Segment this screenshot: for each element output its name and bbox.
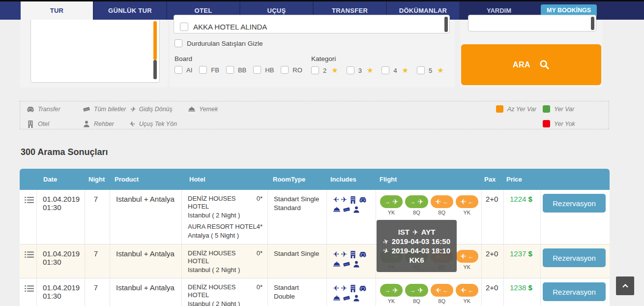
scroll-to-top-button[interactable] bbox=[616, 276, 634, 295]
return-flight-pill[interactable]: ✈← bbox=[456, 284, 478, 297]
origin-code: IST bbox=[398, 228, 410, 236]
scrollbar-thumb-dark[interactable] bbox=[591, 17, 594, 30]
tooltip-departure: ✈ 2019-04-03 16:50 bbox=[383, 237, 450, 245]
row-menu-icon[interactable] bbox=[20, 278, 37, 306]
tab-gunluk-tur[interactable]: GÜNLÜK TUR bbox=[94, 1, 166, 20]
return-flight-pill[interactable]: ✈← bbox=[431, 195, 453, 208]
hotel-stars: 0* bbox=[257, 283, 263, 299]
hide-stopped-sales-option[interactable]: Durdurulan Satışları Gizle bbox=[175, 39, 263, 47]
flight-option[interactable]: ✈←8Q bbox=[431, 195, 453, 215]
star-icon: ★ bbox=[367, 66, 373, 75]
tab-tur[interactable]: TUR bbox=[21, 1, 93, 20]
flight-option[interactable]: →✈YK bbox=[380, 195, 403, 215]
board-option-fb[interactable]: FB bbox=[199, 66, 219, 74]
checkbox[interactable] bbox=[281, 66, 289, 74]
category-option-4[interactable]: 4★ bbox=[381, 66, 409, 75]
includes-cell: ✈ ✈ bbox=[327, 190, 376, 244]
plane-left-icon: ✈ bbox=[333, 285, 339, 292]
outbound-flight-pill[interactable]: →✈ bbox=[380, 284, 403, 297]
scrollbar-thumb-orange[interactable] bbox=[153, 21, 157, 60]
flight-option[interactable]: →✈8Q bbox=[405, 284, 428, 304]
food-dome-icon bbox=[188, 105, 196, 113]
category-label: Kategori bbox=[311, 55, 336, 62]
board-option-ai[interactable]: AI bbox=[175, 66, 192, 74]
plane-landing-icon: ✈ bbox=[382, 246, 390, 255]
legend-row-2: Otel Rehber ✈Uçuş Tek Yön bbox=[27, 120, 188, 128]
flight-code: 8Q bbox=[405, 298, 428, 304]
scrollbar-thumb-dark[interactable] bbox=[153, 60, 157, 79]
legend-label: Transfer bbox=[38, 106, 60, 113]
left-listbox[interactable] bbox=[30, 20, 160, 83]
tickets-icon bbox=[83, 105, 90, 113]
board-option-bb[interactable]: BB bbox=[226, 66, 246, 74]
hotel-listbox[interactable]: AKKA HOTEL ALINDA bbox=[174, 15, 450, 33]
hotel-option[interactable]: AKKA HOTEL ALINDA bbox=[180, 23, 267, 31]
header-date: Date bbox=[37, 176, 85, 183]
checkbox[interactable] bbox=[381, 66, 389, 74]
checkbox[interactable] bbox=[199, 66, 207, 74]
reserve-button[interactable]: Rezervasyon bbox=[543, 282, 606, 301]
reserve-button[interactable]: Rezervasyon bbox=[543, 248, 606, 267]
search-button-label: ARA bbox=[513, 61, 530, 69]
tooltip-route: IST ✈ AYT bbox=[398, 228, 436, 236]
right-listbox[interactable] bbox=[468, 15, 596, 31]
legend-box: Transfer Tüm biletler ✈Gidiş Dönüş Yemek… bbox=[20, 101, 609, 129]
checkbox[interactable] bbox=[311, 66, 319, 74]
legend-gidis-donus: ✈Gidiş Dönüş bbox=[130, 106, 188, 113]
outbound-flight-pill[interactable]: →✈ bbox=[405, 195, 428, 208]
price-value: 1224 bbox=[510, 195, 526, 203]
outbound-flight-pill[interactable]: →✈ bbox=[380, 195, 403, 208]
search-button[interactable]: ARA bbox=[461, 44, 601, 85]
car-icon bbox=[359, 196, 367, 204]
scrollbar-thumb-dark[interactable] bbox=[444, 17, 448, 32]
hotel-name: DENİZ HOUSES HOTEL bbox=[188, 249, 257, 265]
return-flight-pill[interactable]: ✈← bbox=[456, 195, 478, 208]
category-option-5[interactable]: 5★ bbox=[417, 66, 444, 75]
flight-option[interactable]: ✈←YK bbox=[456, 284, 478, 304]
legend-tum-biletler: Tüm biletler bbox=[83, 105, 130, 113]
product-cell: Istanbul + Antalya bbox=[110, 278, 182, 306]
plane-right-icon: ✈ bbox=[412, 229, 418, 236]
arrow-left-icon: ← bbox=[468, 198, 474, 205]
hotel-option-checkbox[interactable] bbox=[180, 23, 188, 31]
checkbox[interactable] bbox=[417, 66, 425, 74]
checkbox[interactable] bbox=[175, 66, 182, 74]
row-menu-icon[interactable] bbox=[20, 190, 37, 244]
includes-cell: ✈ ✈ bbox=[327, 278, 376, 306]
category-option-label: 4 bbox=[393, 67, 397, 74]
tickets-icon bbox=[343, 206, 351, 214]
checkbox[interactable] bbox=[226, 66, 234, 74]
hide-stopped-checkbox[interactable] bbox=[175, 39, 182, 47]
arrow-right-icon: → bbox=[384, 287, 390, 294]
search-icon bbox=[539, 60, 550, 70]
star-icon: ★ bbox=[437, 66, 443, 75]
category-option-3[interactable]: 3★ bbox=[347, 66, 374, 75]
flight-code: 8Q bbox=[431, 210, 453, 215]
hotel-more-link[interactable]: 1 Daha Az bbox=[188, 243, 263, 244]
reserve-button[interactable]: Rezervasyon bbox=[543, 194, 606, 213]
board-option-ro[interactable]: RO bbox=[281, 66, 302, 74]
flight-option[interactable]: →✈8Q bbox=[405, 195, 428, 215]
return-flight-pill[interactable]: ✈← bbox=[456, 250, 478, 263]
flight-option[interactable]: →✈YK bbox=[380, 284, 403, 304]
board-option-hb[interactable]: HB bbox=[253, 66, 274, 74]
flight-option[interactable]: ✈←YK bbox=[456, 195, 478, 215]
arrow-left-icon: ← bbox=[468, 287, 474, 294]
header-flight: Flight bbox=[376, 176, 482, 183]
category-options: 2★ 3★ 4★ 5★ bbox=[311, 66, 444, 75]
date-value: 01.04.2019 bbox=[43, 195, 82, 203]
flight-option[interactable]: ✈←8Q bbox=[431, 284, 453, 304]
flight-code: YK bbox=[380, 210, 403, 215]
tickets-icon bbox=[343, 260, 351, 268]
departure-time: 2019-04-03 16:50 bbox=[392, 237, 450, 245]
hotel-more-link[interactable]: +1 Otel bbox=[188, 277, 263, 278]
outbound-flight-pill[interactable]: →✈ bbox=[405, 284, 428, 297]
checkbox[interactable] bbox=[347, 66, 354, 74]
arrow-right-icon: → bbox=[410, 287, 416, 294]
flight-code: YK bbox=[456, 264, 478, 270]
category-option-2[interactable]: 2★ bbox=[311, 66, 338, 75]
flight-option[interactable]: ✈←YK bbox=[456, 250, 478, 270]
return-flight-pill[interactable]: ✈← bbox=[431, 284, 453, 297]
checkbox[interactable] bbox=[253, 66, 261, 74]
row-menu-icon[interactable] bbox=[20, 245, 37, 278]
